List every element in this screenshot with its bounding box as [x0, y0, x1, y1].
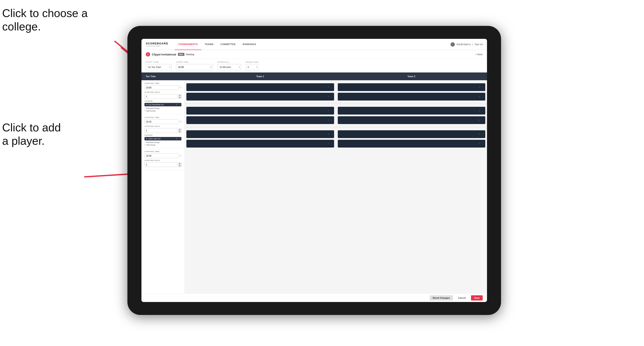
intervals-select[interactable]: 10 Minutes [218, 64, 241, 70]
t2-g3-s1-arrows[interactable]: ⋮ [482, 133, 484, 135]
sg2-starting-hole-input[interactable] [144, 128, 177, 133]
t2-g2-s1-arrows[interactable]: ⋮ [482, 110, 484, 112]
t2-g3-s1-x[interactable]: ✕ [478, 133, 480, 135]
t2-group1: ✕ ⋮ ✕ ⋮ [336, 80, 487, 104]
start-time-group: Start Time ⏱ [176, 61, 213, 70]
t1-g3-s1-x[interactable]: ✕ [328, 133, 329, 135]
start-type-select-wrapper: 1st Tee Start [146, 64, 172, 70]
t1-g1-s2-x[interactable]: ✕ [328, 96, 329, 98]
t1-g3-s2-arrows[interactable]: ⋮ [330, 143, 332, 145]
sg3-starting-hole-label: STARTING HOLE: [144, 160, 182, 161]
sg1-hole-down[interactable]: ▼ [178, 97, 182, 99]
reset-button[interactable]: Reset Changes [430, 295, 453, 301]
cancel-button[interactable]: Cancel [455, 295, 469, 301]
sg3-starting-hole-row: ▲ ▼ [144, 162, 182, 167]
sg3-hole-down[interactable]: ▼ [178, 165, 182, 167]
t2-g3-slot1[interactable]: ✕ ⋮ [338, 130, 486, 138]
t2-g1-s1-x[interactable]: ✕ [478, 86, 480, 88]
save-button[interactable]: Save [471, 295, 483, 301]
nav-teams[interactable]: TEAMS [201, 39, 217, 50]
t1-g1-s1-x[interactable]: ✕ [328, 86, 329, 88]
t1-g3-slot1[interactable]: ✕ ⋮ [186, 130, 334, 138]
page-header: C Clippd Invitational Men Hosting < Back [142, 50, 487, 59]
sg2-hole-up[interactable]: ▲ [178, 128, 182, 131]
sg1-add-group[interactable]: + Add Group [144, 110, 182, 112]
start-time-input[interactable] [176, 64, 213, 70]
start-type-select[interactable]: 1st Tee Start [146, 64, 172, 70]
nav-tournaments[interactable]: TOURNAMENTS [175, 39, 201, 50]
hosting-badge: Hosting [186, 53, 194, 56]
t2-g1-s2-x[interactable]: ✕ [478, 96, 480, 98]
th-tee-time: Tee Time [142, 72, 185, 80]
intervals-select-wrapper: 10 Minutes [218, 64, 241, 70]
t1-g1-slot2[interactable]: ✕ ⋮ [186, 93, 334, 101]
user-email: blair@clippd.io [456, 43, 471, 45]
back-link[interactable]: < Back [475, 53, 483, 56]
team1-col: ✕ ⋮ ✕ ⋮ ✕ ⋮ [185, 80, 336, 296]
sg1-time-icon: ⏱ [180, 86, 182, 89]
start-time-input-wrapper: ⏱ [176, 64, 213, 70]
sg1-course-x[interactable]: ✕ [176, 104, 177, 106]
t1-g2-s2-arrows[interactable]: ⋮ [330, 119, 332, 121]
sg1-starting-hole-input[interactable] [144, 94, 177, 99]
sg1-course-row[interactable]: 🏛 (A) Peachtree GC ✕ ⋮ [144, 103, 182, 106]
nav-links: TOURNAMENTS TEAMS COMMITTEE RANKINGS [175, 39, 450, 50]
sg2-course-name: East Lake GC [148, 138, 175, 140]
t2-g2-slot1[interactable]: ✕ ⋮ [338, 107, 486, 115]
sg2-course-x[interactable]: ✕ [176, 138, 177, 140]
t1-g1-slot1[interactable]: ✕ ⋮ [186, 83, 334, 91]
sg1-course-building-icon: 🏛 [146, 104, 148, 106]
brand-sub: Powered by clippd [146, 45, 168, 47]
t1-g3-s1-arrows[interactable]: ⋮ [330, 133, 332, 135]
t2-g2-s2-x[interactable]: ✕ [478, 119, 480, 121]
clock-icon: ⏱ [210, 66, 212, 68]
sg2-starting-time-input[interactable] [144, 119, 178, 124]
t1-g1-s1-arrows[interactable]: ⋮ [330, 86, 332, 88]
sg1-hole-spinner[interactable]: ▲ ▼ [178, 94, 182, 99]
th-team1: Team 1 [185, 72, 336, 80]
t2-g2-s1-x[interactable]: ✕ [478, 110, 480, 112]
nav-committee[interactable]: COMMITTEE [217, 39, 239, 50]
t1-g3-s2-x[interactable]: ✕ [328, 143, 329, 145]
t2-g3-s2-x[interactable]: ✕ [478, 143, 480, 145]
t1-g2-slot2[interactable]: ✕ ⋮ [186, 116, 334, 124]
t2-g2-s2-arrows[interactable]: ⋮ [482, 119, 484, 121]
t2-g3-slot2[interactable]: ✕ ⋮ [338, 140, 486, 148]
sg1-hole-up[interactable]: ▲ [178, 94, 182, 96]
sg2-course-expand[interactable]: ⋮ [178, 138, 180, 140]
sg2-hole-down[interactable]: ▼ [178, 131, 182, 133]
sg3-time-icon: ⏱ [180, 155, 182, 157]
sg1-starting-time-input[interactable] [144, 85, 178, 90]
footer: Reset Changes Cancel Save [142, 293, 487, 302]
t1-g1-s2-arrows[interactable]: ⋮ [330, 96, 332, 98]
sg2-course-row[interactable]: 🏛 East Lake GC ✕ ⋮ [144, 137, 182, 141]
sign-out-link[interactable]: Sign out [475, 43, 483, 45]
sg2-add-group[interactable]: + Add Group [144, 144, 182, 146]
sg1-course-expand[interactable]: ⋮ [178, 104, 180, 106]
t1-group3: ✕ ⋮ ✕ ⋮ [185, 127, 336, 151]
t2-g1-s2-arrows[interactable]: ⋮ [482, 96, 484, 98]
t1-g2-s1-x[interactable]: ✕ [328, 110, 329, 112]
t2-g1-slot2[interactable]: ✕ ⋮ [338, 93, 486, 101]
sg3-hole-up[interactable]: ▲ [178, 163, 182, 165]
sg1-remove-group[interactable]: ○ Remove Group [144, 107, 182, 109]
t1-g2-slot1[interactable]: ✕ ⋮ [186, 107, 334, 115]
th-team2: Team 2 [336, 72, 487, 80]
t2-g2-slot2[interactable]: ✕ ⋮ [338, 116, 486, 124]
nav-rankings[interactable]: RANKINGS [239, 39, 260, 50]
sg3-starting-time-input[interactable] [144, 153, 178, 158]
sg2-course-building-icon: 🏛 [146, 138, 148, 140]
sg2-remove-group[interactable]: ○ Remove Group [144, 141, 182, 144]
t1-g3-slot2[interactable]: ✕ ⋮ [186, 140, 334, 148]
sg2-hole-spinner[interactable]: ▲ ▼ [178, 128, 182, 133]
t2-g1-slot1[interactable]: ✕ ⋮ [338, 83, 486, 91]
start-time-label: Start Time [176, 61, 213, 63]
t2-g3-s2-arrows[interactable]: ⋮ [482, 143, 484, 145]
intervals-label: Intervals [218, 61, 241, 63]
t2-g1-s1-arrows[interactable]: ⋮ [482, 86, 484, 88]
t1-g2-s2-x[interactable]: ✕ [328, 119, 329, 121]
group-size-select[interactable]: 3 [246, 64, 258, 70]
sg3-starting-hole-input[interactable] [144, 162, 177, 167]
t1-g2-s1-arrows[interactable]: ⋮ [330, 110, 332, 112]
sg3-hole-spinner[interactable]: ▲ ▼ [178, 163, 182, 167]
